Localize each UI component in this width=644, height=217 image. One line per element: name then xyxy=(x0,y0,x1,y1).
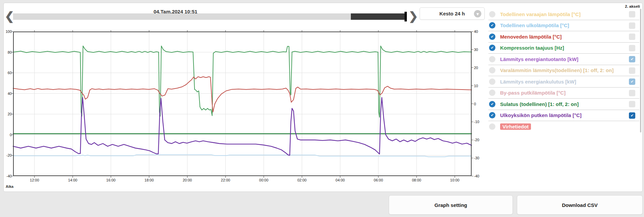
legend-row[interactable]: ✔Todellinen ulkolämpötila [°C] xyxy=(488,20,639,32)
legend-label: Todellinen ulkolämpötila [°C] xyxy=(500,22,569,28)
graph-setting-button[interactable]: Graph setting xyxy=(389,195,513,215)
series-ulkoyksikon-putken-lampotila xyxy=(13,98,472,155)
y-axis-left-tick-label: 80 xyxy=(4,50,12,54)
x-axis-tick-label: 12:00 xyxy=(27,178,42,182)
chart-plot[interactable] xyxy=(13,32,472,176)
y-axis-right-tick-label: 30 xyxy=(474,48,487,52)
y-axis-left-tick-label: 40 xyxy=(4,92,12,96)
legend-label: Varalämmitin lämmitys(todellinen) [1: of… xyxy=(500,67,613,73)
axis2-checkbox-checked[interactable]: ✔ xyxy=(629,112,635,119)
visibility-unchecked-icon[interactable] xyxy=(489,11,495,17)
x-axis-tick-label: 16:00 xyxy=(104,178,118,182)
axis2-checkbox-unchecked[interactable] xyxy=(629,45,635,51)
visibility-unchecked-icon[interactable] xyxy=(489,67,495,73)
y-axis-left-tick-label: -40 xyxy=(4,174,12,178)
y-axis-right-tick-label: 10 xyxy=(474,84,487,88)
visibility-checked-icon[interactable]: ✔ xyxy=(489,101,495,107)
visibility-unchecked-icon[interactable] xyxy=(489,90,495,96)
x-axis-tick-label: 18:00 xyxy=(142,178,157,182)
legend-row[interactable]: Lämmitys energiankulutus [kW]✔ xyxy=(488,76,639,88)
visibility-checked-icon[interactable]: ✔ xyxy=(489,22,495,29)
legend-label: Virhetiedot xyxy=(500,123,531,130)
y-axis-right-tick-label: -40 xyxy=(474,174,487,178)
time-scrollbar-endcap xyxy=(405,12,407,21)
x-axis-tick-label: 10:00 xyxy=(447,178,462,182)
x-axis-tick-label: 00:00 xyxy=(256,178,271,182)
axis2-checkbox-unchecked[interactable] xyxy=(629,67,635,74)
axis2-checkbox-unchecked[interactable] xyxy=(629,11,635,17)
duration-label: Kesto 24 h xyxy=(439,11,465,16)
x-axis-tick-label: 04:00 xyxy=(333,178,347,182)
y-axis-left-tick-label: 20 xyxy=(4,112,12,116)
y-axis-right-tick-label: -30 xyxy=(474,156,487,160)
legend-label: Lämmitys energiankulutus [kW] xyxy=(500,79,576,85)
legend-label: Kompressorin taajuus [Hz] xyxy=(500,45,564,51)
y-axis-left-tick-label: -20 xyxy=(4,153,12,157)
visibility-checked-icon[interactable]: ✔ xyxy=(489,34,495,40)
x-axis-tick-label: 22:00 xyxy=(218,178,233,182)
visibility-unchecked-icon[interactable] xyxy=(489,123,495,130)
x-axis-tick-label: 06:00 xyxy=(371,178,386,182)
legend-label: Lämmitys energiantuotanto [kW] xyxy=(500,56,578,62)
legend-list: Todellinen varaajan lämpötila [°C]✔Todel… xyxy=(488,9,639,132)
legend-row[interactable]: ✔Kompressorin taajuus [Hz] xyxy=(488,43,639,54)
legend-row[interactable]: Todellinen varaajan lämpötila [°C] xyxy=(488,9,639,20)
axis2-checkbox-checked[interactable]: ✔ xyxy=(629,78,635,85)
download-csv-button[interactable]: Download CSV xyxy=(517,195,643,215)
y-axis-left-tick-label: 100 xyxy=(4,30,12,34)
y-axis-right-tick-label: -20 xyxy=(474,138,487,142)
y-axis-right-tick-label: -10 xyxy=(474,120,487,124)
axis2-checkbox-checked[interactable]: ✔ xyxy=(629,56,635,62)
x-axis-tick-label: 02:00 xyxy=(294,178,309,182)
x-axis-tick-label: 08:00 xyxy=(409,178,424,182)
y-axis-left-tick-label: 60 xyxy=(4,71,12,75)
axis2-checkbox-unchecked[interactable] xyxy=(629,34,635,40)
y-axis-right-tick-label: 40 xyxy=(474,30,487,34)
legend-row[interactable]: ✔Sulatus (todellinen) [1: off, 2: on] xyxy=(488,99,639,110)
time-scrollbar-thumb[interactable] xyxy=(351,13,405,20)
visibility-unchecked-icon[interactable] xyxy=(489,56,495,62)
legend-label: Todellinen varaajan lämpötila [°C] xyxy=(500,11,581,17)
chevron-down-icon: ▾ xyxy=(474,10,481,17)
y-axis-right-tick-label: 20 xyxy=(474,66,487,70)
x-axis-tick-label: 20:00 xyxy=(180,178,195,182)
legend-row[interactable]: ✔Ulkoyksikön putken lämpötila [°C]✔ xyxy=(488,110,639,121)
legend-panel: 2. akseli Todellinen varaajan lämpötila … xyxy=(488,4,642,136)
legend-label: Sulatus (todellinen) [1: off, 2: on] xyxy=(500,101,579,107)
x-axis-tick-label: 14:00 xyxy=(65,178,80,182)
chevron-right-icon: ❯ xyxy=(409,10,418,22)
visibility-unchecked-icon[interactable] xyxy=(489,78,495,85)
legend-row[interactable]: Varalämmitin lämmitys(todellinen) [1: of… xyxy=(488,65,639,76)
duration-dropdown[interactable]: Kesto 24 h ▾ xyxy=(420,7,485,20)
legend-row[interactable]: By-pass putkilämpötila [°C] xyxy=(488,88,639,99)
axis2-checkbox-unchecked[interactable] xyxy=(629,22,635,29)
x-axis-title: Aika xyxy=(6,184,13,188)
legend-row[interactable]: Virhetiedot xyxy=(488,121,639,132)
legend-scrollbar[interactable] xyxy=(640,9,641,132)
next-time-button[interactable]: ❯ xyxy=(409,10,418,22)
y-axis-right-tick-label: 0 xyxy=(474,102,487,106)
y-axis-left-tick-label: 0 xyxy=(4,133,12,137)
series-todellinen-ulkolampotila xyxy=(13,155,472,157)
second-axis-header: 2. akseli xyxy=(625,4,640,8)
legend-label: Menoveden lämpötila [°C] xyxy=(500,34,562,40)
axis2-checkbox-unchecked[interactable] xyxy=(629,101,635,107)
main-panel: ❮ 04.Tam.2024 10:51 ❯ Kesto 24 h ▾ 10080… xyxy=(3,3,643,192)
legend-row[interactable]: ✔Menoveden lämpötila [°C] xyxy=(488,31,639,43)
legend-label: Ulkoyksikön putken lämpötila [°C] xyxy=(500,112,582,118)
axis2-checkbox-unchecked[interactable] xyxy=(629,90,635,96)
visibility-checked-icon[interactable]: ✔ xyxy=(489,45,495,51)
visibility-checked-icon[interactable]: ✔ xyxy=(489,112,495,118)
legend-row[interactable]: Lämmitys energiantuotanto [kW]✔ xyxy=(488,54,639,65)
legend-label: By-pass putkilämpötila [°C] xyxy=(500,90,566,96)
time-scrollbar[interactable] xyxy=(13,13,407,20)
